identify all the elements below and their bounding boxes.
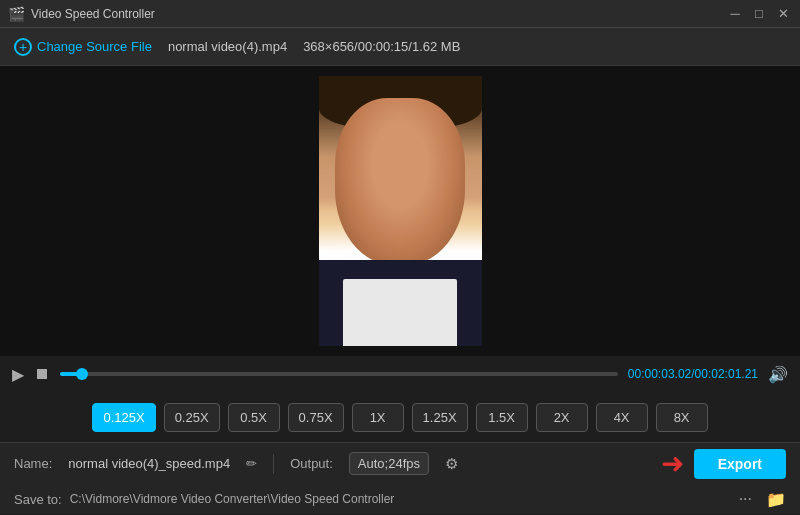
speed-bar: 0.125X0.25X0.5X0.75X1X1.25X1.5X2X4X8X bbox=[0, 392, 800, 442]
speed-button-8[interactable]: 8X bbox=[656, 403, 708, 432]
minimize-button[interactable]: ─ bbox=[726, 5, 744, 23]
shirt-white-overlay bbox=[343, 279, 457, 347]
window-controls: ─ □ ✕ bbox=[726, 5, 792, 23]
speed-button-1.5[interactable]: 1.5X bbox=[476, 403, 528, 432]
bottom-row1: Name: normal video(4)_speed.mp4 ✏ Output… bbox=[14, 447, 786, 480]
name-value: normal video(4)_speed.mp4 bbox=[68, 456, 230, 471]
change-source-label: Change Source File bbox=[37, 39, 152, 54]
stop-button[interactable]: ⏹ bbox=[34, 365, 50, 383]
toolbar: + Change Source File normal video(4).mp4… bbox=[0, 28, 800, 66]
total-time: 00:02:01.21 bbox=[695, 367, 758, 381]
time-display: 00:00:03.02/00:02:01.21 bbox=[628, 367, 758, 381]
close-button[interactable]: ✕ bbox=[774, 5, 792, 23]
speed-button-0.5[interactable]: 0.5X bbox=[228, 403, 280, 432]
save-path: C:\Vidmore\Vidmore Video Converter\Video… bbox=[70, 492, 725, 506]
bottom-row2: Save to: C:\Vidmore\Vidmore Video Conver… bbox=[14, 488, 786, 510]
export-button[interactable]: Export bbox=[694, 449, 786, 479]
settings-button[interactable]: ⚙ bbox=[445, 455, 458, 473]
video-area: TikTok@user bbox=[0, 66, 800, 356]
title-bar-left: 🎬 Video Speed Controller bbox=[8, 6, 155, 22]
save-to-label: Save to: bbox=[14, 492, 62, 507]
speed-button-0.75[interactable]: 0.75X bbox=[288, 403, 344, 432]
separator bbox=[273, 454, 274, 474]
more-options-button[interactable]: ··· bbox=[733, 488, 758, 510]
title-text: Video Speed Controller bbox=[31, 7, 155, 21]
speed-button-1[interactable]: 1X bbox=[352, 403, 404, 432]
current-time: 00:00:03.02 bbox=[628, 367, 691, 381]
edit-name-button[interactable]: ✏ bbox=[246, 456, 257, 471]
speed-button-2[interactable]: 2X bbox=[536, 403, 588, 432]
output-value: Auto;24fps bbox=[358, 456, 420, 471]
tiktok-logo: TikTok@user bbox=[324, 246, 345, 260]
speed-button-4[interactable]: 4X bbox=[596, 403, 648, 432]
open-folder-button[interactable]: 📁 bbox=[766, 490, 786, 509]
change-source-button[interactable]: + Change Source File bbox=[14, 38, 152, 56]
file-name: normal video(4).mp4 bbox=[168, 39, 287, 54]
name-label: Name: bbox=[14, 456, 52, 471]
title-bar: 🎬 Video Speed Controller ─ □ ✕ bbox=[0, 0, 800, 28]
bottom-bar: Name: normal video(4)_speed.mp4 ✏ Output… bbox=[0, 442, 800, 514]
progress-bar[interactable] bbox=[60, 372, 618, 376]
play-button[interactable]: ▶ bbox=[12, 365, 24, 384]
output-label: Output: bbox=[290, 456, 333, 471]
app-icon: 🎬 bbox=[8, 6, 25, 22]
add-icon: + bbox=[14, 38, 32, 56]
speed-button-0.25[interactable]: 0.25X bbox=[164, 403, 220, 432]
controls-bar: ▶ ⏹ 00:00:03.02/00:02:01.21 🔊 bbox=[0, 356, 800, 392]
maximize-button[interactable]: □ bbox=[750, 5, 768, 23]
arrow-icon: ➜ bbox=[661, 447, 684, 480]
video-thumbnail: TikTok@user bbox=[319, 76, 482, 346]
progress-thumb bbox=[76, 368, 88, 380]
output-box: Auto;24fps bbox=[349, 452, 429, 475]
export-area: ➜ Export bbox=[661, 447, 786, 480]
volume-icon[interactable]: 🔊 bbox=[768, 365, 788, 384]
speed-button-0.125[interactable]: 0.125X bbox=[92, 403, 155, 432]
face-overlay bbox=[335, 98, 465, 265]
file-info: 368×656/00:00:15/1.62 MB bbox=[303, 39, 460, 54]
speed-button-1.25[interactable]: 1.25X bbox=[412, 403, 468, 432]
